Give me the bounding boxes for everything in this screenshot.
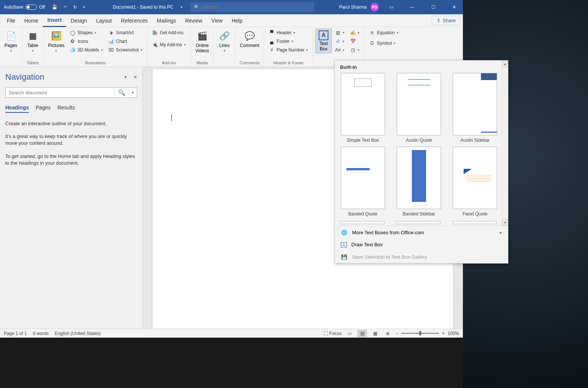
- nav-tab-pages[interactable]: Pages: [36, 105, 51, 113]
- zoom-level[interactable]: 100%: [447, 331, 459, 336]
- avatar[interactable]: PS: [370, 3, 379, 11]
- nav-options-icon[interactable]: ▾: [124, 74, 127, 80]
- zoom-out-button[interactable]: −: [396, 331, 398, 336]
- gallery-peek-3[interactable]: [452, 221, 497, 224]
- gallery-scrollbar[interactable]: ▴ ▾: [502, 61, 508, 226]
- web-layout-icon[interactable]: ▦: [370, 330, 380, 337]
- search-icon[interactable]: 🔍: [115, 88, 128, 97]
- chevron-down-icon[interactable]: ▾: [128, 88, 137, 97]
- chevron-down-icon[interactable]: ▾: [181, 5, 183, 9]
- my-addins-button[interactable]: 🔌My Add-ins ▾: [150, 41, 188, 49]
- chevron-down-icon: ▾: [32, 49, 34, 53]
- links-button[interactable]: 🔗 Links ▾: [216, 29, 233, 54]
- text-box-button[interactable]: A Text Box: [315, 29, 332, 53]
- quick-parts-button[interactable]: ▥▾: [333, 29, 347, 37]
- tab-review[interactable]: Review: [181, 15, 207, 27]
- symbol-button[interactable]: ΩSymbol ▾: [367, 39, 401, 47]
- nav-tab-results[interactable]: Results: [57, 105, 75, 113]
- gallery-item-austin-sidebar[interactable]: Austin Sidebar: [452, 73, 498, 143]
- minimize-icon[interactable]: —: [404, 0, 421, 14]
- navigation-pane: Navigation ▾ ✕ 🔍 ▾ Headings Pages Result…: [0, 67, 143, 337]
- tab-file[interactable]: File: [2, 15, 20, 27]
- pictures-icon: 🖼️: [50, 30, 62, 42]
- print-layout-icon[interactable]: ▤: [357, 330, 367, 337]
- shapes-button[interactable]: ◯Shapes ▾: [67, 29, 105, 37]
- equation-icon: π: [369, 30, 375, 36]
- tab-references[interactable]: References: [116, 15, 153, 27]
- nav-close-icon[interactable]: ✕: [133, 74, 137, 80]
- tab-home[interactable]: Home: [20, 15, 43, 27]
- gallery-peek-1[interactable]: [340, 221, 384, 224]
- thumb-banded-quote-icon: [341, 147, 385, 209]
- scroll-up-icon[interactable]: ▴: [502, 61, 508, 67]
- drop-cap-button[interactable]: A≡▾: [333, 46, 347, 54]
- icons-button[interactable]: ✪Icons: [67, 37, 105, 45]
- ribbon-display-icon[interactable]: ▭: [382, 0, 400, 14]
- gallery-item-facet-quote[interactable]: Facet Quote: [452, 147, 498, 217]
- chevron-down-icon: ▾: [224, 49, 225, 53]
- maximize-icon[interactable]: ☐: [425, 0, 442, 14]
- datetime-button[interactable]: 📅: [348, 37, 362, 45]
- focus-mode-button[interactable]: ⛶Focus: [323, 331, 342, 336]
- nav-tab-headings[interactable]: Headings: [5, 105, 29, 113]
- qat-customize-icon[interactable]: ▾: [80, 3, 88, 11]
- tab-design[interactable]: Design: [66, 15, 92, 27]
- nav-search-input[interactable]: [6, 90, 115, 95]
- search-box[interactable]: 🔍: [190, 2, 314, 12]
- gallery-item-austin-quote[interactable]: Austin Quote: [396, 73, 441, 143]
- redo-icon[interactable]: ↻: [70, 2, 80, 12]
- scroll-down-icon[interactable]: ▾: [502, 219, 508, 226]
- save-icon: 💾: [341, 253, 348, 260]
- chevron-right-icon: ▸: [500, 230, 502, 235]
- status-language[interactable]: English (United States): [54, 331, 101, 336]
- smartart-button[interactable]: ⬗SmartArt: [106, 29, 145, 37]
- close-icon[interactable]: ✕: [446, 0, 463, 14]
- nav-search[interactable]: 🔍 ▾: [5, 87, 137, 98]
- save-icon[interactable]: 💾: [49, 2, 60, 12]
- tab-help[interactable]: Help: [227, 15, 247, 27]
- screenshot-button[interactable]: ⌧Screenshot ▾: [106, 46, 145, 54]
- more-textboxes-office-button[interactable]: 🌐 More Text Boxes from Office.com ▸: [335, 226, 508, 239]
- equation-button[interactable]: πEquation ▾: [367, 29, 401, 37]
- pictures-button[interactable]: 🖼️ Pictures ▾: [46, 29, 67, 54]
- read-mode-icon[interactable]: ▭: [345, 330, 354, 337]
- outline-icon[interactable]: ≣: [383, 330, 393, 337]
- tab-insert[interactable]: Insert: [43, 14, 66, 27]
- document-title[interactable]: Document1 - Saved to this PC: [113, 5, 173, 10]
- page-number-button[interactable]: #Page Number ▾: [266, 46, 310, 54]
- status-page[interactable]: Page 1 of 1: [4, 331, 27, 336]
- autosave-toggle[interactable]: AutoSave Off: [0, 5, 49, 10]
- thumb-austin-sidebar-icon: [453, 73, 497, 135]
- user-name[interactable]: Parul Sharma: [339, 5, 367, 10]
- draw-text-box-button[interactable]: A Draw Text Box: [335, 239, 508, 250]
- wordart-button[interactable]: A▾: [333, 37, 347, 45]
- search-icon: 🔍: [194, 5, 200, 10]
- chart-button[interactable]: 📊Chart: [106, 37, 145, 45]
- get-addins-button[interactable]: 🛍️Get Add-ins: [150, 29, 188, 37]
- gallery-peek-2[interactable]: [396, 221, 440, 224]
- table-button[interactable]: ▦ Table ▾: [24, 29, 41, 54]
- tab-view[interactable]: View: [207, 15, 227, 27]
- search-input[interactable]: [203, 5, 310, 10]
- online-videos-button[interactable]: 🎬 Online Videos: [193, 29, 211, 55]
- zoom-slider[interactable]: [401, 333, 439, 334]
- tab-layout[interactable]: Layout: [92, 15, 116, 27]
- header-button[interactable]: ▀Header ▾: [266, 29, 310, 37]
- gallery-item-simple-text-box[interactable]: Simple Text Box: [340, 73, 385, 143]
- share-button[interactable]: ⇪ Share: [432, 16, 461, 25]
- signature-button[interactable]: ✍▾: [348, 29, 362, 37]
- zoom-in-button[interactable]: +: [442, 331, 444, 336]
- pages-icon: 📄: [5, 30, 17, 42]
- undo-icon[interactable]: ↶: [60, 2, 70, 12]
- save-selection-gallery-button: 💾 Save Selection to Text Box Gallery: [335, 250, 508, 263]
- tab-mailings[interactable]: Mailings: [152, 15, 180, 27]
- footer-button[interactable]: ▄Footer ▾: [266, 37, 310, 45]
- thumb-banded-sidebar-icon: [397, 147, 441, 209]
- status-words[interactable]: 0 words: [33, 331, 48, 336]
- gallery-item-banded-sidebar[interactable]: Banded Sidebar: [396, 147, 441, 217]
- gallery-item-banded-quote[interactable]: Banded Quote: [340, 147, 385, 217]
- pages-button[interactable]: 📄 Pages ▾: [2, 29, 20, 54]
- object-button[interactable]: ◳▾: [348, 46, 362, 54]
- 3d-models-button[interactable]: 🧊3D Models ▾: [67, 46, 105, 54]
- comment-button[interactable]: 💬 Comment: [237, 29, 262, 50]
